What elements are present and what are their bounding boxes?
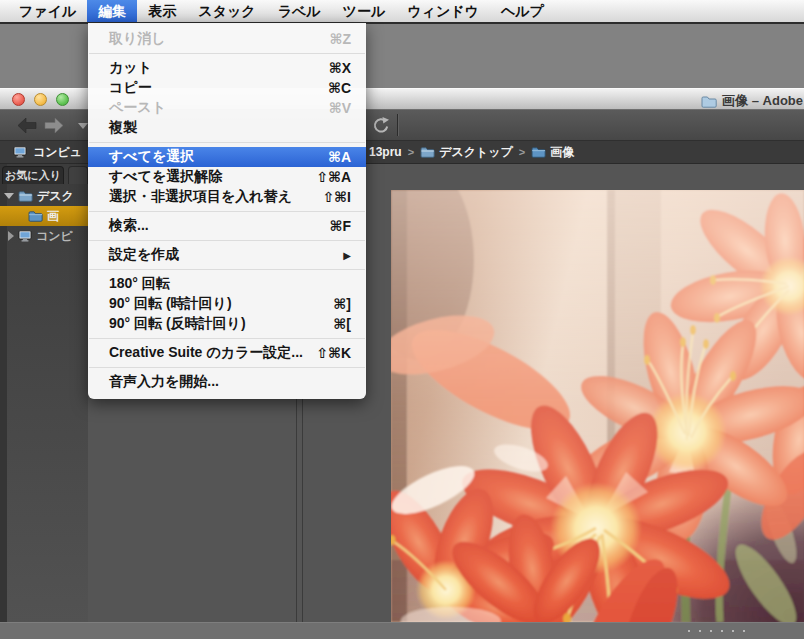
menu-item-color-settings[interactable]: Creative Suite のカラー設定...⇧⌘K	[88, 343, 366, 363]
status-bar	[0, 622, 804, 639]
menubar-item-window[interactable]: ウィンドウ	[396, 0, 490, 22]
menu-separator	[89, 53, 365, 54]
favorites-panel: お気に入り デスク画コンピ	[0, 164, 88, 622]
menu-item-shortcut: ⌘C	[328, 80, 351, 96]
edit-menu-dropdown: 取り消し⌘Zカット⌘Xコピー⌘Cペースト⌘V複製すべてを選択⌘Aすべてを選択解除…	[88, 23, 366, 399]
menu-separator	[89, 211, 365, 212]
breadcrumb-segment-images[interactable]: 画像	[531, 144, 574, 161]
computer-icon	[18, 230, 32, 242]
breadcrumb-segment-label: 画像	[550, 144, 574, 161]
back-arrow-icon[interactable]	[18, 118, 37, 133]
menu-separator	[89, 269, 365, 270]
thumbnail-size-grip	[688, 630, 745, 632]
nav-dropdown-triangle-icon[interactable]	[78, 123, 88, 129]
folder-outline-icon	[420, 146, 435, 158]
menu-item-paste[interactable]: ペースト⌘V	[88, 98, 366, 118]
tree-item-label: デスク	[37, 188, 74, 205]
folder-title-icon	[701, 95, 717, 108]
breadcrumb-chevron-icon: >	[408, 146, 414, 158]
window-title-text: 画像 – Adobe	[722, 92, 803, 110]
sidebar-tab-favorites[interactable]: お気に入り	[2, 166, 64, 184]
menu-item-shortcut: ⌘X	[329, 60, 351, 76]
menu-item-deselect-all[interactable]: すべてを選択解除⇧⌘A	[88, 167, 366, 187]
menu-item-shortcut: ⌘Z	[329, 31, 351, 47]
menu-item-shortcut: ⌘]	[333, 296, 351, 312]
menu-item-duplicate[interactable]: 複製	[88, 118, 366, 138]
submenu-arrow-icon: ▶	[343, 250, 351, 261]
sidebar-tab-stub[interactable]	[68, 166, 88, 184]
menu-item-cut[interactable]: カット⌘X	[88, 58, 366, 78]
menu-item-label: 90° 回転 (反時計回り)	[109, 315, 246, 333]
menu-item-label: 複製	[109, 119, 137, 137]
refresh-icon[interactable]	[371, 116, 391, 135]
menubar-item-tools[interactable]: ツール	[332, 0, 397, 22]
menu-item-shortcut: ⌘[	[333, 316, 351, 332]
menu-item-label: 90° 回転 (時計回り)	[109, 295, 232, 313]
breadcrumb-segment-desktop[interactable]: デスクトップ	[420, 144, 513, 161]
breadcrumb-root-label: コンピュ	[33, 144, 82, 161]
zoom-button[interactable]	[56, 93, 69, 106]
close-button[interactable]	[12, 93, 25, 106]
menu-item-shortcut: ⇧⌘I	[322, 189, 351, 205]
folder-outline-icon	[18, 190, 33, 202]
menu-item-label: 取り消し	[109, 30, 166, 48]
menu-item-rotate-180[interactable]: 180° 回転	[88, 274, 366, 294]
menu-item-label: コピー	[109, 79, 152, 97]
window-title: 画像 – Adobe	[701, 92, 803, 110]
breadcrumb: 13pru>デスクトップ>画像	[369, 141, 574, 163]
disclosure-triangle-icon[interactable]	[8, 231, 14, 241]
menu-separator	[89, 367, 365, 368]
tree-item-label: コンピ	[36, 228, 73, 245]
menubar-item-file[interactable]: ファイル	[8, 0, 87, 22]
menu-item-shortcut: ⌘V	[329, 100, 351, 116]
menu-item-label: Creative Suite のカラー設定...	[109, 344, 303, 362]
tree-item-images[interactable]: 画	[0, 206, 88, 226]
menubar-item-stack[interactable]: スタック	[187, 0, 266, 22]
tree-item-desktop[interactable]: デスク	[0, 186, 88, 206]
tree-item-computer[interactable]: コンピ	[0, 226, 88, 246]
menu-item-label: 音声入力を開始...	[109, 373, 219, 391]
menu-item-shortcut: ⌘A	[328, 149, 351, 165]
menu-item-label: ペースト	[109, 99, 166, 117]
breadcrumb-chevron-icon: >	[519, 146, 525, 158]
flower-photo	[391, 190, 804, 622]
menu-item-label: 設定を作成	[109, 246, 179, 264]
menu-separator	[89, 338, 365, 339]
menu-item-select-all[interactable]: すべてを選択⌘A	[88, 147, 366, 167]
menu-item-find[interactable]: 検索...⌘F	[88, 216, 366, 236]
menu-item-undo[interactable]: 取り消し⌘Z	[88, 29, 366, 49]
breadcrumb-root[interactable]: コンピュ	[13, 141, 82, 163]
menubar-item-label[interactable]: ラベル	[267, 0, 332, 22]
menu-item-label: 検索...	[109, 217, 149, 235]
menubar-item-help[interactable]: ヘルプ	[490, 0, 555, 22]
menu-item-rotate-90-cw[interactable]: 90° 回転 (時計回り)⌘]	[88, 294, 366, 314]
menu-item-rotate-90-ccw[interactable]: 90° 回転 (反時計回り)⌘[	[88, 314, 366, 334]
menu-item-shortcut: ⇧⌘A	[316, 169, 351, 185]
folder-filled-icon	[28, 210, 43, 222]
breadcrumb-segment-13pru[interactable]: 13pru	[369, 145, 402, 159]
breadcrumb-segment-label: デスクトップ	[439, 144, 513, 161]
tree-item-label: 画	[47, 208, 59, 225]
menu-item-invert-selection[interactable]: 選択・非選択項目を入れ替え⇧⌘I	[88, 187, 366, 207]
menu-item-shortcut: ⇧⌘K	[316, 345, 351, 361]
menu-item-label: カット	[109, 59, 152, 77]
menu-item-label: すべてを選択解除	[109, 168, 222, 186]
preview-image	[391, 190, 804, 622]
forward-arrow-icon[interactable]	[44, 118, 63, 133]
menu-bar: ファイル編集表示スタックラベルツールウィンドウヘルプ	[0, 0, 804, 24]
menubar-item-view[interactable]: 表示	[137, 0, 187, 22]
menubar-item-edit[interactable]: 編集	[87, 0, 137, 22]
toolbar-separator	[397, 114, 399, 136]
breadcrumb-segment-label: 13pru	[369, 145, 402, 159]
menu-item-develop-settings[interactable]: 設定を作成▶	[88, 245, 366, 265]
minimize-button[interactable]	[34, 93, 47, 106]
disclosure-triangle-icon[interactable]	[4, 193, 14, 199]
menu-item-start-dictation[interactable]: 音声入力を開始...	[88, 372, 366, 392]
menu-item-label: 選択・非選択項目を入れ替え	[109, 188, 292, 206]
menu-separator	[89, 142, 365, 143]
computer-icon	[13, 146, 27, 158]
menu-item-label: すべてを選択	[109, 148, 194, 166]
menu-item-shortcut: ⌘F	[329, 218, 351, 234]
menu-item-copy[interactable]: コピー⌘C	[88, 78, 366, 98]
folder-filled-icon	[531, 146, 546, 158]
